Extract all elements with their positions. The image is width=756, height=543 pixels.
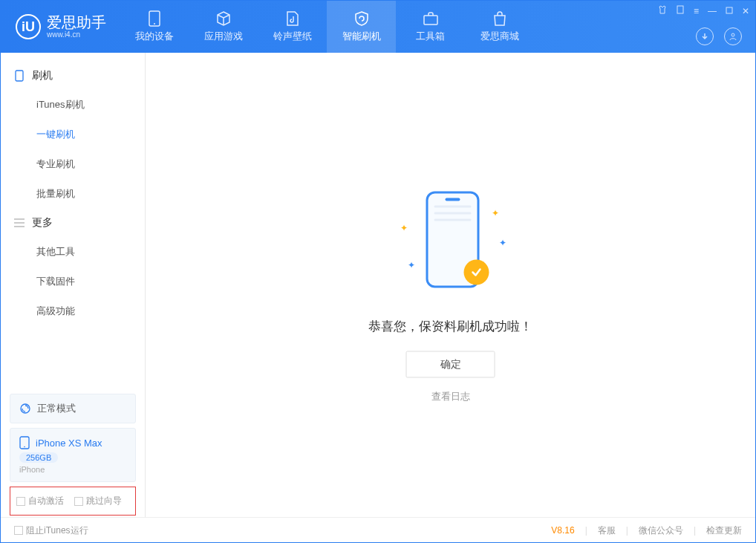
shirt-icon[interactable] [658,5,667,16]
version-label: V8.16 [551,525,574,536]
footer-support-link[interactable]: 客服 [598,524,616,537]
checkbox-label: 跳过向导 [86,495,122,507]
device-icon [146,10,163,27]
window-controls: ≡ — ✕ [658,5,749,16]
sidebar-item-download-firmware[interactable]: 下载固件 [1,267,145,296]
sidebar-section-flash: 刷机 [1,62,145,90]
phone-icon [19,436,30,449]
app-title: 爱思助手 [47,15,106,30]
checkbox-label: 阻止iTunes运行 [26,524,88,537]
nav-label: 铃声壁纸 [273,30,312,43]
svg-rect-6 [16,71,23,81]
success-panel: ✦ ✦ ✦ ✦ 恭喜您，保资料刷机成功啦！ 确定 查看日志 [368,186,532,403]
sidebar-item-batch-flash[interactable]: 批量刷机 [1,179,145,209]
svg-point-5 [731,33,734,36]
svg-rect-2 [424,16,437,25]
title-bar: iU 爱思助手 www.i4.cn 我的设备 应用游戏 铃声壁纸 智能刷机 工具… [1,1,755,53]
svg-rect-4 [726,7,732,13]
star-icon: ✦ [492,208,499,218]
sidebar-item-oneclick-flash[interactable]: 一键刷机 [1,120,145,149]
nav-my-device[interactable]: 我的设备 [120,1,189,53]
app-logo: iU 爱思助手 www.i4.cn [1,1,120,53]
shield-refresh-icon [353,10,371,27]
star-icon: ✦ [499,238,506,248]
nav-ringtone-wallpaper[interactable]: 铃声壁纸 [258,1,327,53]
view-log-link[interactable]: 查看日志 [431,390,470,403]
download-icon[interactable] [696,27,714,45]
device-type: iPhone [19,465,126,474]
lock-icon[interactable] [676,5,685,16]
ok-button[interactable]: 确定 [406,351,495,378]
footer-check-update-link[interactable]: 检查更新 [706,524,742,537]
toolbox-icon [422,10,440,27]
success-illustration: ✦ ✦ ✦ ✦ [377,186,525,305]
app-subtitle: www.i4.cn [47,30,106,39]
svg-point-9 [24,446,25,448]
nav-label: 应用游戏 [204,30,243,43]
nav-smart-flash[interactable]: 智能刷机 [327,1,396,53]
shopping-bag-icon [491,10,509,27]
close-button[interactable]: ✕ [742,6,749,16]
sidebar-item-itunes-flash[interactable]: iTunes刷机 [1,90,145,120]
star-icon: ✦ [408,260,415,270]
highlighted-options: 自动激活 跳过向导 [10,487,136,516]
sidebar-item-pro-flash[interactable]: 专业刷机 [1,149,145,179]
logo-icon: iU [16,14,41,39]
section-title: 刷机 [32,69,53,82]
nav-label: 工具箱 [416,30,445,43]
checkbox-auto-activate[interactable]: 自动激活 [16,495,64,507]
nav-label: 智能刷机 [342,30,381,43]
nav-store[interactable]: 爱思商城 [465,1,534,53]
star-icon: ✦ [400,223,408,233]
sidebar-item-other-tools[interactable]: 其他工具 [1,237,145,267]
device-mode-label: 正常模式 [37,402,76,415]
minimize-button[interactable]: — [708,6,717,16]
top-nav: 我的设备 应用游戏 铃声壁纸 智能刷机 工具箱 爱思商城 [120,1,534,53]
maximize-button[interactable] [726,6,733,16]
device-info-box[interactable]: iPhone XS Max 256GB iPhone [10,428,136,482]
footer: 阻止iTunes运行 V8.16 | 客服 | 微信公众号 | 检查更新 [1,517,755,543]
menu-icon[interactable]: ≡ [694,6,699,16]
main-panel: ✦ ✦ ✦ ✦ 恭喜您，保资料刷机成功啦！ 确定 查看日志 [146,53,755,517]
sidebar-item-advanced[interactable]: 高级功能 [1,296,145,326]
nav-label: 爱思商城 [480,30,519,43]
body: 刷机 iTunes刷机 一键刷机 专业刷机 批量刷机 更多 其他工具 下载固件 … [1,53,755,517]
sidebar: 刷机 iTunes刷机 一键刷机 专业刷机 批量刷机 更多 其他工具 下载固件 … [1,53,146,517]
device-mode-box[interactable]: 正常模式 [10,394,136,423]
device-name: iPhone XS Max [36,438,102,449]
music-file-icon [284,10,302,27]
nav-toolbox[interactable]: 工具箱 [396,1,465,53]
list-icon [14,218,25,228]
header-right-icons [696,27,742,45]
footer-wechat-link[interactable]: 微信公众号 [639,524,683,537]
nav-apps-games[interactable]: 应用游戏 [189,1,258,53]
cube-icon [215,10,232,27]
svg-point-1 [154,23,155,25]
user-icon[interactable] [724,27,742,45]
checkbox-skip-guide[interactable]: 跳过向导 [74,495,122,507]
phone-icon [14,71,25,81]
sidebar-section-more: 更多 [1,209,145,237]
sync-icon [19,403,31,414]
nav-label: 我的设备 [135,30,174,43]
svg-rect-3 [677,6,683,13]
device-capacity-badge: 256GB [19,452,58,463]
check-badge-icon [464,260,489,285]
checkbox-label: 自动激活 [28,495,64,507]
checkbox-block-itunes[interactable]: 阻止iTunes运行 [14,524,88,537]
success-message: 恭喜您，保资料刷机成功啦！ [368,318,532,335]
section-title: 更多 [32,216,53,230]
